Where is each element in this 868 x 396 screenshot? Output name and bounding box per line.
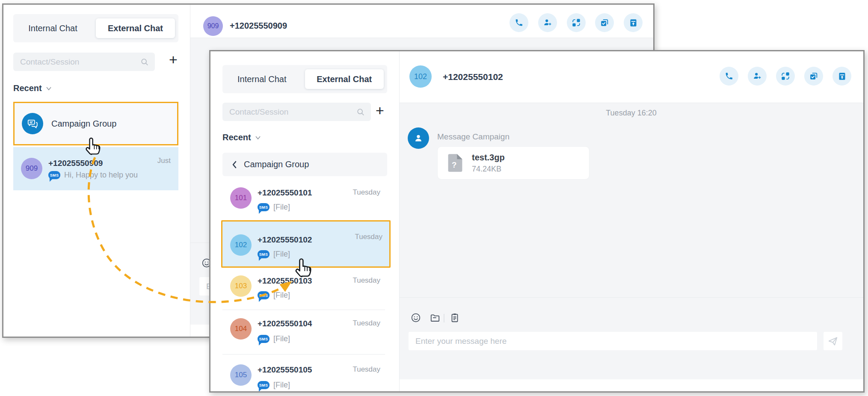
contact-phone: +12025550104 — [258, 319, 312, 328]
archive-up-icon — [629, 18, 638, 27]
file-attachment-card[interactable]: ? test.3gp 74.24KB — [437, 146, 590, 180]
send-icon — [827, 336, 838, 347]
search-input[interactable] — [228, 107, 356, 117]
compose-divider — [399, 297, 863, 298]
add-contact-button[interactable] — [748, 67, 767, 86]
archive-button[interactable] — [624, 13, 643, 32]
tab-external-chat[interactable]: External Chat — [96, 18, 175, 38]
contact-timestamp: Tuesday — [353, 319, 380, 328]
avatar: 105 — [230, 364, 252, 386]
transfer-icon — [572, 18, 581, 27]
search-input[interactable] — [19, 57, 140, 67]
chat-header-phone: +12025550909 — [230, 21, 287, 31]
campaign-group-avatar — [22, 113, 43, 134]
sms-badge: SMS — [258, 291, 270, 299]
tasks-button[interactable] — [804, 67, 823, 86]
search-icon — [356, 108, 365, 116]
avatar: 103 — [230, 275, 252, 297]
new-chat-button[interactable]: + — [169, 53, 178, 65]
contact-phone: +12025550103 — [258, 276, 312, 286]
phone-icon — [725, 72, 734, 81]
recent-label: Recent — [13, 83, 42, 93]
tasks-button[interactable] — [595, 13, 614, 32]
contact-phone: +12025550105 — [258, 365, 312, 375]
campaign-group-label: Campaign Group — [51, 119, 116, 129]
new-chat-button[interactable]: + — [376, 104, 384, 116]
transfer-session-button[interactable] — [567, 13, 586, 32]
chat-tabs: Internal Chat External Chat — [222, 65, 387, 93]
contact-timestamp: Tuesday — [353, 365, 380, 374]
contact-phone: +12025550102 — [258, 235, 312, 245]
file-name: test.3gp — [472, 153, 505, 163]
check-copy-icon — [600, 18, 609, 27]
chat-header-avatar: 909 — [203, 16, 223, 36]
contact-preview: Hi, Happy to help you — [64, 171, 138, 180]
transfer-session-button[interactable] — [776, 67, 795, 86]
back-to-campaign-group[interactable]: Campaign Group — [222, 153, 387, 176]
avatar: 909 — [21, 158, 42, 179]
message-input[interactable] — [409, 332, 817, 350]
call-button[interactable] — [510, 13, 528, 32]
recent-label: Recent — [222, 133, 251, 142]
contact-search — [222, 103, 371, 121]
search-icon — [140, 58, 149, 66]
chevron-down-icon — [46, 86, 52, 91]
file-icon-label: ? — [452, 160, 456, 169]
contact-preview: [File] — [273, 203, 290, 212]
list-divider — [222, 310, 385, 310]
contact-list-item-104[interactable]: 104 +12025550104 Tuesday SMS [File] — [222, 312, 387, 350]
phone-icon — [515, 18, 524, 27]
call-button[interactable] — [720, 67, 738, 86]
avatar: 101 — [230, 187, 252, 209]
contact-list-item-909[interactable]: 909 +12025550909 Just SMS Hi, Happy to h… — [13, 147, 178, 190]
check-copy-icon — [809, 71, 818, 81]
contact-preview: [File] — [273, 381, 290, 390]
send-button[interactable] — [824, 332, 842, 350]
sms-badge: SMS — [258, 250, 270, 258]
recent-section-toggle[interactable]: Recent — [13, 83, 52, 93]
contact-list-item-105[interactable]: 105 +12025550105 Tuesday SMS [File] — [222, 358, 387, 393]
chevron-left-icon — [232, 161, 237, 168]
chat-header-avatar: 102 — [409, 65, 432, 88]
tab-internal-chat[interactable]: Internal Chat — [222, 69, 302, 89]
recent-section-toggle[interactable]: Recent — [222, 133, 261, 142]
chat-bubbles-icon — [27, 118, 39, 130]
file-icon: ? — [446, 153, 464, 173]
sms-badge: SMS — [258, 381, 270, 389]
archive-up-icon — [838, 72, 847, 81]
contact-phone: +12025550909 — [48, 159, 103, 168]
contact-timestamp: Tuesday — [353, 188, 380, 197]
avatar: 102 — [230, 234, 252, 256]
emoji-icon[interactable] — [410, 312, 421, 323]
file-size: 74.24KB — [472, 165, 505, 174]
group-name-label: Campaign Group — [244, 160, 309, 169]
contact-search — [13, 53, 155, 71]
foreground-chat-window: Internal Chat External Chat + Recent Cam… — [209, 50, 865, 393]
contact-list-item-102-selected[interactable]: 102 +12025550102 Tuesday SMS [File] — [221, 220, 391, 268]
avatar: 104 — [230, 318, 252, 340]
tab-internal-chat[interactable]: Internal Chat — [13, 18, 92, 38]
tab-external-chat[interactable]: External Chat — [305, 69, 384, 89]
contact-preview: [File] — [273, 334, 290, 343]
notes-icon[interactable] — [449, 312, 460, 323]
campaign-group-item[interactable]: Campaign Group — [13, 102, 178, 145]
list-divider — [222, 354, 385, 355]
contact-list-item-101[interactable]: 101 +12025550101 Tuesday SMS [File] — [222, 182, 387, 220]
contact-preview: [File] — [273, 291, 290, 300]
transfer-icon — [781, 71, 790, 81]
contact-phone: +12025550101 — [258, 188, 312, 198]
sender-avatar — [408, 127, 429, 149]
user-plus-icon — [752, 71, 762, 81]
sender-name: Message Campaign — [437, 132, 510, 142]
file-picker-icon[interactable] — [430, 313, 441, 324]
chat-header-phone: +12025550102 — [443, 72, 503, 82]
add-contact-button[interactable] — [538, 13, 557, 32]
sms-badge: SMS — [258, 203, 270, 211]
archive-button[interactable] — [832, 67, 851, 86]
contact-preview: [File] — [273, 250, 290, 259]
user-plus-icon — [543, 18, 552, 27]
contact-list-item-103[interactable]: 103 +12025550103 Tuesday SMS [File] — [222, 270, 387, 308]
contact-timestamp: Tuesday — [355, 233, 382, 241]
contact-timestamp: Just — [157, 157, 171, 165]
chevron-down-icon — [255, 136, 261, 140]
